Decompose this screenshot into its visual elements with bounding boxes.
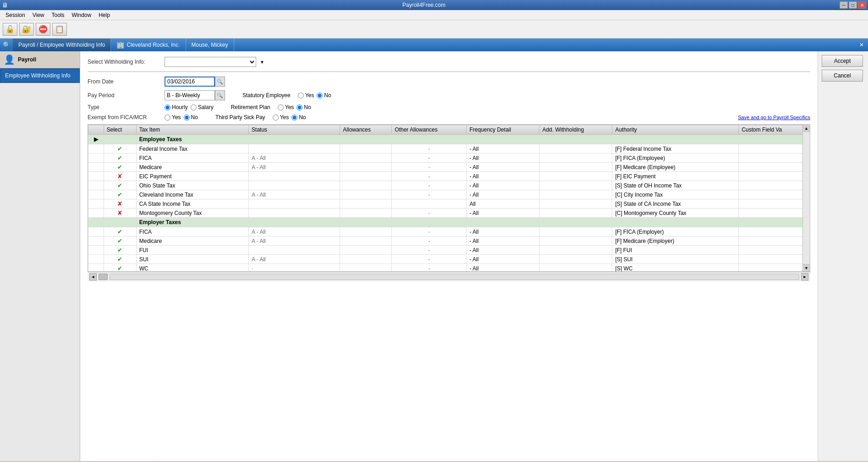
table-row[interactable]: ✔ FUI · - All [F] FUI (88, 246, 810, 255)
table-row[interactable]: ✔ Medicare A - All · - All [F] Medicare … (88, 236, 810, 246)
row-checkbox-cell[interactable]: ✘ (104, 172, 136, 181)
exempt-yes-label[interactable]: Yes (165, 114, 181, 121)
tax-status[interactable] (249, 246, 340, 255)
row-checkbox-cell[interactable]: ✔ (104, 236, 136, 246)
retirement-no-radio[interactable] (297, 104, 302, 110)
menu-view[interactable]: View (29, 11, 48, 19)
tax-freq-detail: - All (467, 227, 539, 236)
tax-status[interactable] (249, 144, 340, 154)
tax-status[interactable] (249, 181, 340, 190)
tax-status[interactable]: A - All (249, 236, 340, 246)
hscroll-thumb[interactable] (99, 274, 108, 280)
menu-session[interactable]: Session (2, 11, 29, 19)
tax-status[interactable] (249, 172, 340, 181)
tax-status[interactable]: A - All (249, 190, 340, 199)
table-row[interactable]: ✔ Cleveland Income Tax A - All · - All [… (88, 190, 810, 199)
table-vscroll[interactable]: ▲ ▼ (802, 125, 810, 271)
statutory-yes-label[interactable]: Yes (298, 92, 314, 99)
tax-status[interactable]: A - All (249, 227, 340, 236)
table-row[interactable]: ✘ Montogomery County Tax · - All [C] Mon… (88, 209, 810, 218)
retirement-no-label[interactable]: No (297, 104, 311, 110)
pay-period-input[interactable] (165, 90, 215, 100)
row-checkbox-cell[interactable]: ✔ (104, 154, 136, 163)
breadcrumb-payroll[interactable]: Payroll / Employee Withholding Info (13, 38, 111, 51)
close-button[interactable]: ✕ (858, 1, 866, 9)
table-row[interactable]: ✔ FICA A - All · - All [F] FICA (Employe… (88, 227, 810, 236)
row-checkbox-cell[interactable]: ✔ (104, 163, 136, 172)
tax-status[interactable]: A - All (249, 154, 340, 163)
breadcrumb-company[interactable]: 🏢 Cleveland Rocks, Inc. (111, 38, 186, 51)
withholding-select[interactable] (165, 57, 256, 67)
type-hourly-radio[interactable] (165, 104, 170, 110)
statutory-no-label[interactable]: No (317, 92, 331, 99)
hscroll-left-btn[interactable]: ◄ (89, 273, 97, 280)
statutory-no-radio[interactable] (317, 93, 323, 99)
menu-tools[interactable]: Tools (48, 11, 68, 19)
type-hourly-label[interactable]: Hourly (165, 104, 188, 110)
row-checkbox-cell[interactable]: ✔ (104, 227, 136, 236)
third-party-no-label[interactable]: No (291, 114, 306, 121)
third-party-no-radio[interactable] (291, 115, 297, 121)
row-checkbox-cell[interactable]: ✘ (104, 209, 136, 218)
tax-custom (739, 199, 810, 209)
minimize-button[interactable]: ─ (840, 1, 848, 9)
table-row[interactable]: ✔ WC · · - All [S] WC (88, 264, 810, 272)
row-checkbox-cell[interactable]: ✔ (104, 246, 136, 255)
exempt-no-radio[interactable] (184, 115, 190, 121)
table-row[interactable]: ✔ Federal Income Tax · - All [F] Federal… (88, 144, 810, 154)
toolbar-stop-btn[interactable]: ⛔ (36, 23, 50, 36)
third-party-yes-radio[interactable] (273, 115, 279, 121)
exempt-no-label[interactable]: No (184, 114, 198, 121)
statutory-radio-group: Yes No (298, 92, 331, 99)
cancel-button[interactable]: Cancel (822, 70, 863, 82)
menu-window[interactable]: Window (68, 11, 95, 19)
exempt-yes-radio[interactable] (165, 115, 170, 121)
vscroll-down-btn[interactable]: ▼ (803, 264, 810, 271)
sidebar-item-withholding[interactable]: Employee Withholding Info (0, 68, 80, 83)
save-payroll-link[interactable]: Save and go to Payroll Specifics (738, 115, 810, 120)
table-row[interactable]: ✔ SUI A - All · - All [S] SUI (88, 255, 810, 264)
toolbar-notes-btn[interactable]: 📋 (52, 23, 67, 36)
tax-status[interactable] (249, 209, 340, 218)
type-salary-radio[interactable] (191, 104, 197, 110)
menu-help[interactable]: Help (95, 11, 114, 19)
row-checkbox-cell[interactable]: ✘ (104, 199, 136, 209)
hscroll-right-btn[interactable]: ► (801, 273, 808, 280)
tax-status[interactable]: · (249, 264, 340, 272)
table-scroll[interactable]: Select Tax Item Status Allowances Other … (88, 125, 810, 271)
row-checkbox-cell[interactable]: ✔ (104, 264, 136, 272)
accept-button[interactable]: Accept (822, 55, 863, 67)
tax-status[interactable] (249, 199, 340, 209)
sidebar-header[interactable]: 👤 Payroll (0, 51, 80, 68)
retirement-yes-label[interactable]: Yes (278, 104, 294, 110)
table-row[interactable]: ✘ CA State Income Tax All [S] State of C… (88, 199, 810, 209)
statutory-yes-radio[interactable] (298, 93, 304, 99)
breadcrumb-employee[interactable]: Mouse, Mickey (186, 38, 234, 51)
pay-period-search-btn[interactable]: 🔍 (215, 90, 225, 100)
from-date-input[interactable] (165, 77, 215, 87)
tax-other-allowances: · (392, 144, 467, 154)
tax-status[interactable]: A - All (249, 255, 340, 264)
table-row[interactable]: ✔ FICA A - All · - All [F] FICA (Employe… (88, 154, 810, 163)
toolbar-key-btn[interactable]: 🔐 (19, 23, 34, 36)
navclose-button[interactable]: ✕ (857, 40, 866, 50)
row-checkbox-cell[interactable]: ✔ (104, 144, 136, 154)
tax-freq-detail: - All (467, 236, 539, 246)
row-checkbox-cell[interactable]: ✔ (104, 190, 136, 199)
toolbar-lock-btn[interactable]: 🔓 (3, 23, 17, 36)
tax-item-name: Medicare (136, 163, 248, 172)
row-checkbox-cell[interactable]: ✔ (104, 255, 136, 264)
table-row[interactable]: ✔ Ohio State Tax · - All [S] State of OH… (88, 181, 810, 190)
nav-search-icon[interactable]: 🔍 (0, 38, 13, 51)
row-checkbox-cell[interactable]: ✔ (104, 181, 136, 190)
tax-status[interactable]: A - All (249, 163, 340, 172)
vscroll-up-btn[interactable]: ▲ (803, 125, 810, 132)
tax-custom (739, 246, 810, 255)
maximize-button[interactable]: □ (849, 1, 857, 9)
from-date-search-btn[interactable]: 🔍 (215, 77, 225, 87)
type-salary-label[interactable]: Salary (191, 104, 214, 110)
table-row[interactable]: ✘ EIC Payment · - All [F] EIC Payment (88, 172, 810, 181)
table-row[interactable]: ✔ Medicare A - All · - All [F] Medicare … (88, 163, 810, 172)
retirement-yes-radio[interactable] (278, 104, 284, 110)
third-party-yes-label[interactable]: Yes (273, 114, 289, 121)
